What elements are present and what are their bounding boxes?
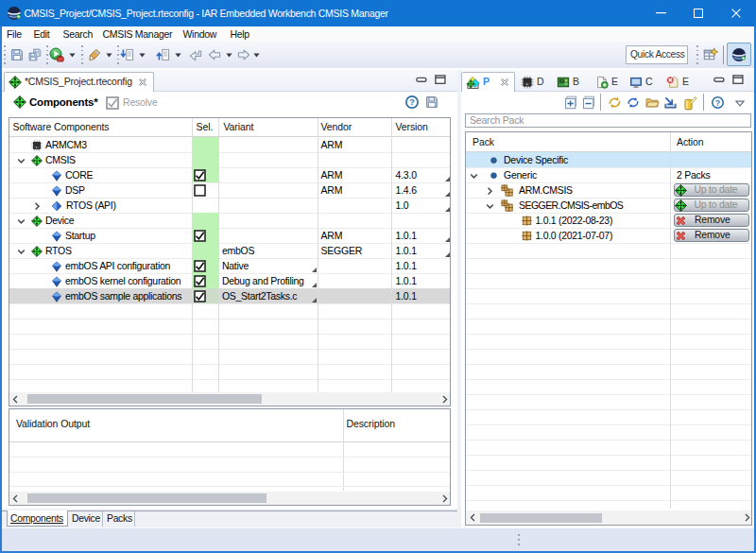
svg-text:?: ? — [409, 96, 415, 107]
svg-text:?: ? — [715, 98, 720, 108]
